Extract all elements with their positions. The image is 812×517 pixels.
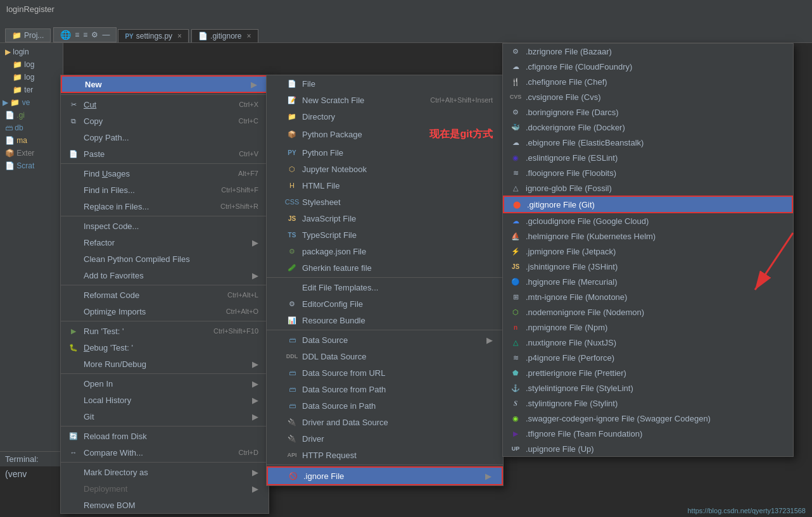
terminal-content[interactable]: (venv [0,466,63,517]
docker-icon: 🐳 [511,122,521,132]
menu2-editorconfig[interactable]: ⚙ EditorConfig File [267,296,503,312]
menu2-ds-url[interactable]: 🗃 Data Source from URL [267,364,503,381]
menu2-ddl[interactable]: DDL DDL Data Source [267,348,503,364]
menu3-ebignore[interactable]: ☁ .ebignore File (ElasticBeanstalk) [503,135,793,150]
menu-item-git[interactable]: Git ▶ [61,408,269,425]
sidebar-item-scrat[interactable]: 📄 Scrat [0,159,63,172]
menu-item-find-in-files[interactable]: Find in Files... Ctrl+Shift+F [61,182,269,198]
run-icon: ▶ [68,326,79,336]
ignore-icon: 🚫 [288,471,298,481]
menu-item-new[interactable]: New ▶ [61,75,269,93]
menu3-boringignore[interactable]: ⚙ .boringignore File (Darcs) [503,104,793,120]
menu3-cvsignore[interactable]: CVS .cvsignore File (Cvs) [503,89,793,104]
menu3-swagger-codegen[interactable]: ◉ .swagger-codegen-ignore File (Swagger … [503,411,793,426]
menu3-dockerignore[interactable]: 🐳 .dockerignore File (Docker) [503,120,793,135]
menu-item-cut[interactable]: ✂ Cut Ctrl+X [61,96,269,113]
menu3-upignore[interactable]: UP .upignore File (Up) [503,441,793,456]
gitignore-tab[interactable]: 📄 .gitignore × [191,29,258,42]
menu-item-clean-python[interactable]: Clean Python Compiled Files [61,251,269,267]
menu2-file[interactable]: 📄 File [267,75,503,92]
menu3-gitignore[interactable]: ⬤ .gitignore File (Git) [503,196,793,213]
menu-item-copy-path[interactable]: Copy Path... [61,129,269,146]
sidebar-item-login[interactable]: ▶ login [0,46,63,58]
menu3-npmignore[interactable]: n .npmignore File (Npm) [503,320,793,335]
menu3-chefignore[interactable]: 🍴 .chefignore File (Chef) [503,74,793,89]
menu3-nodemonignore[interactable]: ⬡ .nodemonignore File (Nodemon) [503,304,793,320]
menu2-driver-label: Driver [302,434,324,444]
menu-item-open-in[interactable]: Open In ▶ [61,375,269,392]
menu2-ts[interactable]: TS TypeScript File [267,227,503,243]
menu2-python-file[interactable]: PY Python File [267,144,503,161]
settings-tab[interactable]: PY settings.py × [118,29,189,42]
menu3-prettierignore[interactable]: ⬟ .prettierignore File (Prettier) [503,365,793,380]
menu-item-refactor[interactable]: Refactor ▶ [61,234,269,251]
menu-item-local-history[interactable]: Local History ▶ [61,392,269,408]
sidebar-item-log2[interactable]: 📁 log [0,71,63,84]
debug-icon: 🐛 [68,342,79,352]
menu3-p4ignore[interactable]: ≋ .p4ignore File (Perforce) [503,350,793,365]
menu2-ds-in-path[interactable]: 🗃 Data Source in Path [267,397,503,414]
menu2-gherkin[interactable]: 🥒 Gherkin feature file [267,259,503,276]
menu2-python-pkg[interactable]: 📦 Python Package 现在是git方式 [267,125,503,144]
menu3-eslint-label: .eslintignore File (ESLint) [526,153,618,163]
sidebar-item-exter[interactable]: 📦 Exter [0,147,63,159]
menu2-html[interactable]: H HTML File [267,177,503,194]
menu-item-compare[interactable]: ↔ Compare With... Ctrl+D [61,444,269,461]
menu3-tfignore[interactable]: ▶ .tfignore File (Team Foundation) [503,426,793,441]
menu2-driver[interactable]: 🔌 Driver [267,430,503,447]
sidebar-item-ma[interactable]: 📄 ma [0,134,63,147]
settings-icon: ⚙ [91,30,98,39]
menu2-ds-path[interactable]: 🗃 Data Source from Path [267,381,503,397]
menu2-js-label: JavaScript File [302,214,356,223]
menu-item-more-run[interactable]: More Run/Debug ▶ [61,356,269,372]
menu3-fossil-ignore[interactable]: △ ignore-glob File (Fossil) [503,180,793,196]
menu-item-paste[interactable]: 📄 Paste Ctrl+V [61,146,269,162]
menu2-js[interactable]: JS JavaScript File [267,210,503,227]
menu2-datasource-label: Data Source [302,335,348,345]
project-tab[interactable]: 📁 Proj... [5,28,51,42]
menu2-ignore-file[interactable]: 🚫 .ignore File ▶ [267,466,503,485]
menu2-edit-templates[interactable]: Edit File Templates... [267,279,503,296]
npm-icon: n [511,322,521,332]
menu-item-run-test[interactable]: ▶ Run 'Test: ' Ctrl+Shift+F10 [61,323,269,339]
sidebar-item-ve[interactable]: ▶ 📁 ve [0,96,63,109]
menu3-cfignore[interactable]: ☁ .cfignore File (CloudFoundry) [503,59,793,74]
menu3-flooignore[interactable]: ≋ .flooignore File (Floobits) [503,165,793,180]
menu3-stylintignore[interactable]: 𝑺 .stylintignore File (Stylint) [503,396,793,411]
menu-item-reload[interactable]: 🔄 Reload from Disk [61,428,269,444]
menu-run-label: Run 'Test: ' [84,327,124,336]
menu2-stylesheet[interactable]: CSS Stylesheet [267,194,503,210]
menu2-jupyter[interactable]: ⬡ Jupyter Notebook [267,161,503,177]
terminal-label-text: Terminal: [5,454,39,464]
menu2-directory[interactable]: 📁 Directory [267,108,503,125]
menu-item-replace-in-files[interactable]: Replace in Files... Ctrl+Shift+R [61,198,269,215]
find-files-shortcut: Ctrl+Shift+F [221,186,258,194]
menu2-resource-bundle[interactable]: 📊 Resource Bundle [267,312,503,328]
close-tab-icon[interactable]: × [177,32,182,40]
menu-item-debug-test[interactable]: 🐛 Debug 'Test: ' [61,339,269,356]
menu-item-add-favorites[interactable]: Add to Favorites ▶ [61,267,269,283]
menu3-bzrignore[interactable]: ⚙ .bzrignore File (Bazaar) [503,44,793,59]
sidebar-item-db[interactable]: 🗃 db [0,121,63,134]
menu3-eslintignore[interactable]: ◉ .eslintignore File (ESLint) [503,150,793,165]
sidebar-item-log1[interactable]: 📁 log [0,58,63,71]
menu-item-optimize[interactable]: Optimize Imports Ctrl+Alt+O [61,303,269,320]
menu-item-remove-bom[interactable]: Remove BOM [61,497,269,513]
menu2-http[interactable]: API HTTP Request [267,447,503,463]
sidebar-item-ter[interactable]: 📁 ter [0,84,63,96]
menu-item-copy[interactable]: ⧉ Copy Ctrl+C [61,113,269,129]
menu-copy-path-label: Copy Path... [84,133,129,142]
menu2-driver-ds[interactable]: 🔌 Driver and Data Source [267,414,503,430]
menu3-nuxtignore[interactable]: △ .nuxtignore File (NuxtJS) [503,335,793,350]
sidebar-item-gi[interactable]: 📄 .gi [0,109,63,121]
menu-item-mark-dir[interactable]: Mark Directory as ▶ [61,464,269,480]
close-gitignore-tab-icon[interactable]: × [246,32,251,40]
menu3-stylelintignore[interactable]: ⚓ .stylelintignore File (StyleLint) [503,380,793,396]
menu2-package-json[interactable]: ⚙ package.json File [267,243,503,259]
menu-item-find-usages[interactable]: Find Usages Alt+F7 [61,165,269,182]
menu-favorites-label: Add to Favorites [84,271,144,280]
menu-item-inspect-code[interactable]: Inspect Code... [61,218,269,234]
menu-item-reformat[interactable]: Reformat Code Ctrl+Alt+L [61,287,269,303]
menu2-new-scratch[interactable]: 📝 New Scratch File Ctrl+Alt+Shift+Insert [267,92,503,108]
menu2-data-source[interactable]: 🗃 Data Source ▶ [267,332,503,348]
